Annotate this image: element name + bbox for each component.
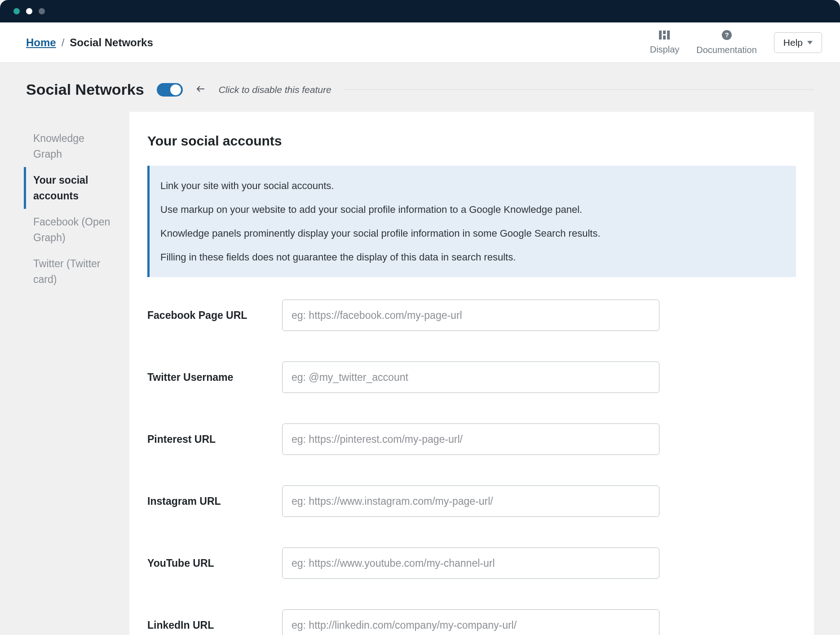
info-line: Knowledge panels prominently display you… xyxy=(160,226,783,241)
svg-rect-3 xyxy=(667,31,670,40)
toggle-knob xyxy=(170,84,181,95)
info-line: Use markup on your website to add your s… xyxy=(160,202,783,217)
field-row-facebook: Facebook Page URL xyxy=(147,300,796,331)
sidebar: Knowledge Graph Your social accounts Fac… xyxy=(26,112,116,292)
field-label: Twitter Username xyxy=(147,371,282,384)
breadcrumb-current: Social Networks xyxy=(70,36,153,49)
help-circle-icon: ? xyxy=(722,30,732,42)
linkedin-url-input[interactable] xyxy=(282,609,659,635)
sidebar-item-knowledge-graph[interactable]: Knowledge Graph xyxy=(26,125,116,167)
info-box: Link your site with your social accounts… xyxy=(147,166,796,277)
window-titlebar xyxy=(0,0,840,22)
window-maximize-dot[interactable] xyxy=(39,8,45,14)
feature-toggle[interactable] xyxy=(157,83,183,97)
pinterest-url-input[interactable] xyxy=(282,423,659,455)
content-area: Knowledge Graph Your social accounts Fac… xyxy=(0,103,840,635)
field-row-instagram: Instagram URL xyxy=(147,485,796,517)
sidebar-item-twitter-card[interactable]: Twitter (Twitter card) xyxy=(26,251,116,292)
breadcrumb: Home / Social Networks xyxy=(26,36,153,49)
documentation-label: Documentation xyxy=(696,45,757,55)
field-row-twitter: Twitter Username xyxy=(147,362,796,393)
breadcrumb-home-link[interactable]: Home xyxy=(26,36,56,49)
documentation-button[interactable]: ? Documentation xyxy=(696,30,757,55)
field-row-linkedin: LinkedIn URL xyxy=(147,609,796,635)
youtube-url-input[interactable] xyxy=(282,547,659,579)
display-button[interactable]: Display xyxy=(650,31,680,55)
display-label: Display xyxy=(650,44,680,55)
topbar-right: Display ? Documentation Help xyxy=(650,30,822,55)
field-row-youtube: YouTube URL xyxy=(147,547,796,579)
instagram-url-input[interactable] xyxy=(282,485,659,517)
field-label: Pinterest URL xyxy=(147,433,282,445)
twitter-username-input[interactable] xyxy=(282,362,659,393)
field-label: Facebook Page URL xyxy=(147,309,282,322)
help-label: Help xyxy=(783,37,803,48)
page-header: Social Networks Click to disable this fe… xyxy=(0,63,840,103)
svg-rect-0 xyxy=(659,31,662,40)
window-minimize-dot[interactable] xyxy=(26,8,32,14)
toggle-hint: Click to disable this feature xyxy=(219,84,332,95)
breadcrumb-separator: / xyxy=(62,36,65,49)
app-window: Home / Social Networks Display ? Documen… xyxy=(0,0,840,635)
section-heading: Your social accounts xyxy=(147,133,796,149)
field-row-pinterest: Pinterest URL xyxy=(147,423,796,455)
sidebar-item-social-accounts[interactable]: Your social accounts xyxy=(24,167,116,209)
top-bar: Home / Social Networks Display ? Documen… xyxy=(0,22,840,63)
main-panel: Your social accounts Link your site with… xyxy=(129,112,814,635)
svg-rect-2 xyxy=(663,35,666,40)
sidebar-item-facebook-open-graph[interactable]: Facebook (Open Graph) xyxy=(26,209,116,251)
page-title: Social Networks xyxy=(26,81,144,98)
svg-rect-1 xyxy=(663,31,666,34)
svg-text:?: ? xyxy=(725,31,729,39)
header-divider xyxy=(344,89,814,90)
display-icon xyxy=(659,31,670,42)
arrow-left-icon xyxy=(195,84,206,96)
info-line: Link your site with your social accounts… xyxy=(160,178,783,193)
chevron-down-icon xyxy=(807,41,813,44)
field-label: LinkedIn URL xyxy=(147,619,282,631)
field-label: YouTube URL xyxy=(147,557,282,569)
window-close-dot[interactable] xyxy=(13,8,20,14)
info-line: Filling in these fields does not guarant… xyxy=(160,250,783,265)
facebook-url-input[interactable] xyxy=(282,300,659,331)
field-label: Instagram URL xyxy=(147,495,282,507)
help-dropdown[interactable]: Help xyxy=(774,32,822,53)
